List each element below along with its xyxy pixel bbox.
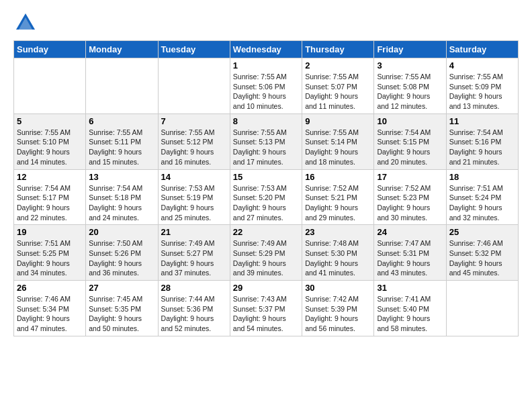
calendar-cell: 14Sunrise: 7:53 AM Sunset: 5:19 PM Dayli… — [158, 169, 230, 225]
day-number: 8 — [233, 116, 299, 126]
calendar-cell — [86, 58, 158, 114]
calendar-cell: 26Sunrise: 7:46 AM Sunset: 5:34 PM Dayli… — [14, 281, 86, 336]
day-number: 18 — [449, 172, 515, 182]
day-number: 5 — [17, 116, 83, 126]
day-number: 19 — [17, 227, 83, 237]
day-info: Sunrise: 7:50 AM Sunset: 5:26 PM Dayligh… — [89, 238, 154, 278]
calendar-cell: 10Sunrise: 7:54 AM Sunset: 5:15 PM Dayli… — [374, 113, 446, 169]
day-info: Sunrise: 7:51 AM Sunset: 5:25 PM Dayligh… — [17, 238, 83, 278]
day-number: 10 — [377, 116, 443, 126]
day-info: Sunrise: 7:43 AM Sunset: 5:37 PM Dayligh… — [233, 294, 299, 334]
day-info: Sunrise: 7:55 AM Sunset: 5:07 PM Dayligh… — [305, 72, 371, 111]
calendar-cell: 5Sunrise: 7:55 AM Sunset: 5:10 PM Daylig… — [14, 113, 86, 169]
day-info: Sunrise: 7:54 AM Sunset: 5:17 PM Dayligh… — [17, 183, 83, 223]
day-number: 7 — [161, 116, 227, 126]
logo — [13, 11, 42, 35]
day-info: Sunrise: 7:46 AM Sunset: 5:34 PM Dayligh… — [17, 294, 83, 334]
day-info: Sunrise: 7:55 AM Sunset: 5:10 PM Dayligh… — [17, 128, 83, 167]
day-info: Sunrise: 7:49 AM Sunset: 5:29 PM Dayligh… — [233, 238, 299, 278]
calendar-cell: 7Sunrise: 7:55 AM Sunset: 5:12 PM Daylig… — [158, 113, 230, 169]
day-info: Sunrise: 7:51 AM Sunset: 5:24 PM Dayligh… — [449, 183, 515, 223]
day-info: Sunrise: 7:46 AM Sunset: 5:32 PM Dayligh… — [449, 238, 515, 278]
weekday-header: Sunday — [14, 41, 86, 58]
calendar-week-row: 1Sunrise: 7:55 AM Sunset: 5:06 PM Daylig… — [14, 58, 519, 114]
calendar-cell: 19Sunrise: 7:51 AM Sunset: 5:25 PM Dayli… — [14, 225, 86, 281]
day-info: Sunrise: 7:54 AM Sunset: 5:16 PM Dayligh… — [449, 128, 515, 167]
calendar-cell: 29Sunrise: 7:43 AM Sunset: 5:37 PM Dayli… — [230, 281, 302, 336]
calendar-cell: 22Sunrise: 7:49 AM Sunset: 5:29 PM Dayli… — [230, 225, 302, 281]
calendar-cell: 30Sunrise: 7:42 AM Sunset: 5:39 PM Dayli… — [302, 281, 374, 336]
day-number: 28 — [161, 283, 227, 293]
day-info: Sunrise: 7:54 AM Sunset: 5:18 PM Dayligh… — [89, 183, 154, 223]
day-info: Sunrise: 7:47 AM Sunset: 5:31 PM Dayligh… — [377, 238, 443, 278]
calendar-container: SundayMondayTuesdayWednesdayThursdayFrid… — [0, 0, 532, 350]
weekday-header: Friday — [374, 41, 446, 58]
day-info: Sunrise: 7:49 AM Sunset: 5:27 PM Dayligh… — [161, 238, 227, 278]
day-number: 14 — [161, 172, 227, 182]
day-info: Sunrise: 7:55 AM Sunset: 5:12 PM Dayligh… — [161, 128, 227, 167]
day-info: Sunrise: 7:42 AM Sunset: 5:39 PM Dayligh… — [305, 294, 371, 334]
calendar-cell: 3Sunrise: 7:55 AM Sunset: 5:08 PM Daylig… — [374, 58, 446, 114]
weekday-header: Monday — [86, 41, 158, 58]
day-number: 9 — [305, 116, 371, 126]
calendar-cell: 31Sunrise: 7:41 AM Sunset: 5:40 PM Dayli… — [374, 281, 446, 336]
day-number: 17 — [377, 172, 443, 182]
day-number: 4 — [449, 60, 515, 71]
header — [13, 11, 519, 35]
day-number: 26 — [17, 283, 83, 293]
weekday-header: Wednesday — [230, 41, 302, 58]
day-info: Sunrise: 7:52 AM Sunset: 5:21 PM Dayligh… — [305, 183, 371, 223]
day-info: Sunrise: 7:52 AM Sunset: 5:23 PM Dayligh… — [377, 183, 443, 223]
day-info: Sunrise: 7:53 AM Sunset: 5:20 PM Dayligh… — [233, 183, 299, 223]
calendar-cell: 8Sunrise: 7:55 AM Sunset: 5:13 PM Daylig… — [230, 113, 302, 169]
day-info: Sunrise: 7:55 AM Sunset: 5:08 PM Dayligh… — [377, 72, 443, 111]
calendar-cell — [446, 281, 518, 336]
logo-icon — [13, 11, 38, 35]
day-number: 22 — [233, 227, 299, 237]
calendar-week-row: 26Sunrise: 7:46 AM Sunset: 5:34 PM Dayli… — [14, 281, 519, 336]
calendar-cell: 13Sunrise: 7:54 AM Sunset: 5:18 PM Dayli… — [86, 169, 158, 225]
day-number: 30 — [305, 283, 371, 293]
day-number: 31 — [377, 283, 443, 293]
day-info: Sunrise: 7:53 AM Sunset: 5:19 PM Dayligh… — [161, 183, 227, 223]
calendar-cell: 25Sunrise: 7:46 AM Sunset: 5:32 PM Dayli… — [446, 225, 518, 281]
day-info: Sunrise: 7:55 AM Sunset: 5:06 PM Dayligh… — [233, 72, 299, 111]
calendar-cell: 15Sunrise: 7:53 AM Sunset: 5:20 PM Dayli… — [230, 169, 302, 225]
day-info: Sunrise: 7:54 AM Sunset: 5:15 PM Dayligh… — [377, 128, 443, 167]
calendar-cell: 11Sunrise: 7:54 AM Sunset: 5:16 PM Dayli… — [446, 113, 518, 169]
calendar-cell — [14, 58, 86, 114]
day-number: 6 — [89, 116, 154, 126]
calendar-week-row: 5Sunrise: 7:55 AM Sunset: 5:10 PM Daylig… — [14, 113, 519, 169]
calendar-table: SundayMondayTuesdayWednesdayThursdayFrid… — [13, 40, 519, 336]
day-number: 3 — [377, 60, 443, 71]
weekday-header-row: SundayMondayTuesdayWednesdayThursdayFrid… — [14, 41, 519, 58]
day-number: 21 — [161, 227, 227, 237]
day-number: 2 — [305, 60, 371, 71]
day-info: Sunrise: 7:44 AM Sunset: 5:36 PM Dayligh… — [161, 294, 227, 334]
calendar-week-row: 19Sunrise: 7:51 AM Sunset: 5:25 PM Dayli… — [14, 225, 519, 281]
weekday-header: Tuesday — [158, 41, 230, 58]
day-number: 15 — [233, 172, 299, 182]
day-number: 29 — [233, 283, 299, 293]
calendar-cell: 18Sunrise: 7:51 AM Sunset: 5:24 PM Dayli… — [446, 169, 518, 225]
calendar-cell: 27Sunrise: 7:45 AM Sunset: 5:35 PM Dayli… — [86, 281, 158, 336]
day-number: 23 — [305, 227, 371, 237]
day-info: Sunrise: 7:48 AM Sunset: 5:30 PM Dayligh… — [305, 238, 371, 278]
calendar-week-row: 12Sunrise: 7:54 AM Sunset: 5:17 PM Dayli… — [14, 169, 519, 225]
day-info: Sunrise: 7:55 AM Sunset: 5:14 PM Dayligh… — [305, 128, 371, 167]
calendar-cell: 16Sunrise: 7:52 AM Sunset: 5:21 PM Dayli… — [302, 169, 374, 225]
calendar-cell: 20Sunrise: 7:50 AM Sunset: 5:26 PM Dayli… — [86, 225, 158, 281]
calendar-cell: 28Sunrise: 7:44 AM Sunset: 5:36 PM Dayli… — [158, 281, 230, 336]
calendar-cell: 6Sunrise: 7:55 AM Sunset: 5:11 PM Daylig… — [86, 113, 158, 169]
calendar-cell: 23Sunrise: 7:48 AM Sunset: 5:30 PM Dayli… — [302, 225, 374, 281]
calendar-cell: 12Sunrise: 7:54 AM Sunset: 5:17 PM Dayli… — [14, 169, 86, 225]
weekday-header: Thursday — [302, 41, 374, 58]
day-number: 11 — [449, 116, 515, 126]
calendar-cell: 9Sunrise: 7:55 AM Sunset: 5:14 PM Daylig… — [302, 113, 374, 169]
day-info: Sunrise: 7:55 AM Sunset: 5:09 PM Dayligh… — [449, 72, 515, 111]
day-number: 1 — [233, 60, 299, 71]
calendar-cell: 1Sunrise: 7:55 AM Sunset: 5:06 PM Daylig… — [230, 58, 302, 114]
day-info: Sunrise: 7:55 AM Sunset: 5:13 PM Dayligh… — [233, 128, 299, 167]
calendar-cell: 17Sunrise: 7:52 AM Sunset: 5:23 PM Dayli… — [374, 169, 446, 225]
day-info: Sunrise: 7:55 AM Sunset: 5:11 PM Dayligh… — [89, 128, 154, 167]
